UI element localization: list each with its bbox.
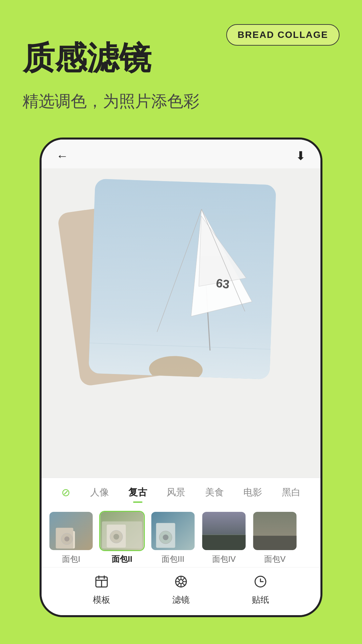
- filter-tab-film[interactable]: 电影: [243, 485, 262, 500]
- filter-thumb-img-4: [201, 511, 247, 551]
- hero-subtitle: 精选调色，为照片添色彩: [22, 91, 199, 112]
- filter-thumb-label-2: 面包II: [112, 554, 132, 565]
- svg-rect-22: [202, 535, 245, 550]
- filter-thumb-label-4: 面包IV: [212, 554, 236, 565]
- svg-point-16: [113, 534, 119, 540]
- phone-topbar: ← ⬇: [42, 140, 320, 168]
- filter-tab-landscape[interactable]: 风景: [167, 485, 185, 500]
- filter-thumbs: 面包I 面包II: [42, 503, 320, 567]
- phone-mockup: ← ⬇: [40, 138, 322, 617]
- sticker-icon: [253, 574, 268, 591]
- template-icon: [94, 574, 109, 591]
- filter-thumb-img-1: [48, 511, 94, 551]
- nav-filter-label: 滤镜: [172, 594, 190, 606]
- filter-thumb-img-5: [252, 511, 298, 551]
- photo-canvas: 63: [42, 168, 320, 478]
- filter-none-icon[interactable]: ⊘: [61, 486, 70, 499]
- app-badge: BREAD COLLAGE: [226, 24, 340, 46]
- svg-point-11: [64, 536, 69, 541]
- filter-tab-food[interactable]: 美食: [205, 485, 224, 500]
- filter-thumb-label-3: 面包III: [162, 554, 184, 565]
- back-icon[interactable]: ←: [56, 149, 68, 163]
- hero-title: 质感滤镜: [22, 40, 151, 76]
- filter-tabs: ⊘ 人像 复古 风景 美食 电影 黑白: [42, 478, 320, 503]
- filter-thumb-3[interactable]: 面包III: [150, 511, 196, 565]
- filter-thumb-img-3: [150, 511, 196, 551]
- nav-sticker[interactable]: 贴纸: [252, 574, 269, 606]
- nav-filter[interactable]: 滤镜: [172, 574, 190, 606]
- filter-thumb-img-2: [99, 511, 145, 551]
- filter-thumb-1[interactable]: 面包I: [48, 511, 94, 565]
- filter-tab-bw[interactable]: 黑白: [282, 485, 301, 500]
- nav-template-label: 模板: [93, 594, 110, 606]
- filter-tab-portrait[interactable]: 人像: [90, 485, 109, 500]
- bottom-nav: 模板 滤镜: [42, 567, 320, 615]
- svg-point-20: [163, 534, 169, 540]
- filter-thumb-4[interactable]: 面包IV: [201, 511, 247, 565]
- svg-rect-0: [88, 179, 276, 379]
- filter-thumb-label-1: 面包I: [62, 554, 80, 565]
- nav-template[interactable]: 模板: [93, 574, 110, 606]
- filter-icon: [174, 574, 188, 591]
- filter-thumb-2[interactable]: 面包II: [99, 511, 145, 565]
- svg-text:63: 63: [215, 276, 230, 291]
- filter-thumb-label-5: 面包V: [264, 554, 286, 565]
- download-icon[interactable]: ⬇: [296, 149, 306, 163]
- svg-rect-25: [253, 536, 296, 550]
- filter-thumb-5[interactable]: 面包V: [252, 511, 298, 565]
- filter-tab-retro[interactable]: 复古: [128, 485, 147, 500]
- card-blue: 63: [88, 179, 276, 379]
- nav-sticker-label: 贴纸: [252, 594, 269, 606]
